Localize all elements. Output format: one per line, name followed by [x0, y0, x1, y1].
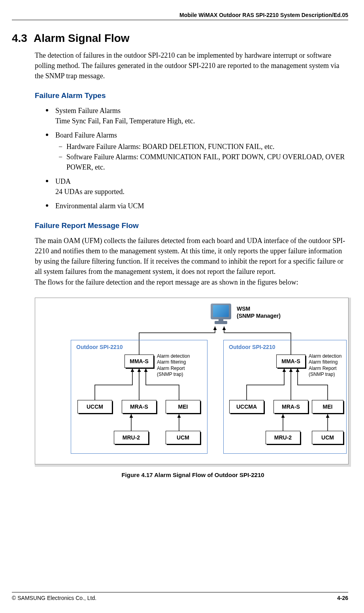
box-mru-left: MRU-2: [114, 431, 149, 444]
wsm-computer-icon: [209, 304, 233, 325]
box-uccma: UCCMA: [229, 400, 264, 413]
section-intro: The detection of failures in the outdoor…: [35, 50, 348, 81]
list-item-desc: 24 UDAs are supported.: [55, 188, 124, 196]
list-item-title: Environmental alarm via UCM: [55, 202, 144, 210]
document-header: Mobile WiMAX Outdoor RAS SPI-2210 System…: [12, 12, 348, 18]
page-footer: © SAMSUNG Electronics Co., Ltd. 4-26: [12, 592, 348, 601]
wsm-line1: WSM: [237, 306, 250, 312]
list-item: UDA 24 UDAs are supported.: [41, 176, 348, 197]
wsm-label: WSM (SNMP Manager): [237, 305, 281, 319]
box-mei-left: MEI: [166, 400, 200, 413]
footer-page-number: 4-26: [337, 595, 348, 601]
annotation-right: Alarm detection Alarm filtering Alarm Re…: [309, 353, 341, 378]
failure-report-heading: Failure Report Message Flow: [35, 221, 348, 230]
spi-label-right: Outdoor SPI-2210: [229, 344, 275, 350]
box-mru-right: MRU-2: [266, 431, 300, 444]
list-item-title: UDA: [55, 177, 71, 185]
box-mei-right: MEI: [312, 400, 343, 413]
annotation-left: Alarm detection Alarm filtering Alarm Re…: [157, 353, 190, 378]
failure-report-body2: The flows for the failure detection and …: [35, 277, 348, 287]
list-item: Board Failure Alarms Hardware Failure Al…: [41, 130, 348, 172]
sub-list-item: Hardware Failure Alarms: BOARD DELETION,…: [57, 141, 348, 152]
wsm-line2: (SNMP Manager): [237, 313, 281, 319]
box-mma-right: MMA-S: [276, 355, 306, 368]
diagram-inner: WSM (SNMP Manager) Outdoor SPI-2210 Outd…: [35, 298, 349, 464]
list-item: Environmental alarm via UCM: [41, 201, 348, 211]
footer-copyright: © SAMSUNG Electronics Co., Ltd.: [12, 595, 96, 601]
diagram-container: WSM (SNMP Manager) Outdoor SPI-2210 Outd…: [35, 298, 351, 467]
failure-types-heading: Failure Alarm Types: [35, 91, 348, 100]
box-mra-right: MRA-S: [273, 400, 308, 413]
section-title: Alarm Signal Flow: [34, 32, 130, 45]
section-number: 4.3: [12, 32, 27, 45]
figure-caption: Figure 4.17 Alarm Signal Flow of Outdoor…: [35, 472, 351, 478]
list-item-title: Board Failure Alarms: [55, 131, 117, 139]
box-ucm-left: UCM: [166, 431, 200, 444]
box-uccm: UCCM: [77, 400, 112, 413]
sub-list: Hardware Failure Alarms: BOARD DELETION,…: [57, 141, 348, 172]
section-heading: 4.3 Alarm Signal Flow: [12, 32, 348, 45]
failure-types-list: System Failure Alarms Time Sync Fail, Fa…: [41, 106, 348, 211]
sub-list-item: Software Failure Alarms: COMMUNICATION F…: [57, 152, 348, 172]
spi-label-left: Outdoor SPI-2210: [76, 344, 123, 350]
list-item-desc: Time Sync Fail, Fan Fail, Temperature Hi…: [55, 117, 195, 125]
box-mma-left: MMA-S: [124, 355, 154, 368]
failure-report-body: The main OAM (UFM) collects the failures…: [35, 236, 348, 277]
box-mra-left: MRA-S: [122, 400, 157, 413]
box-ucm-right: UCM: [312, 431, 343, 444]
footer-divider: [12, 592, 348, 592]
list-item: System Failure Alarms Time Sync Fail, Fa…: [41, 106, 348, 126]
list-item-title: System Failure Alarms: [55, 107, 121, 115]
header-divider: [12, 20, 348, 20]
